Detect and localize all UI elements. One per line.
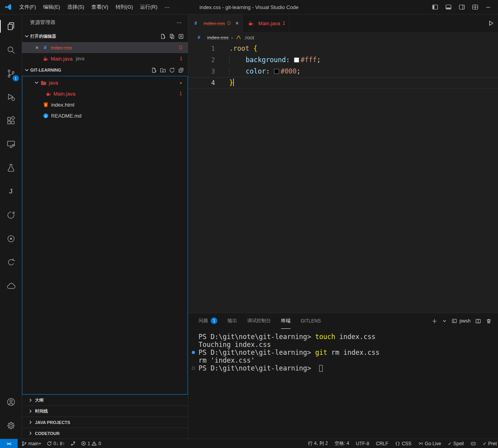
problems-item[interactable]: 1 0 xyxy=(81,441,101,446)
toggle-secondary-sidebar-icon[interactable] xyxy=(459,4,465,10)
new-folder-icon[interactable] xyxy=(160,67,166,73)
copilot-item[interactable] xyxy=(470,441,476,446)
settings-gear-icon[interactable] xyxy=(0,416,22,435)
file-name: README.md xyxy=(51,113,81,119)
line-number: 1 xyxy=(188,45,221,52)
menu-file[interactable]: 文件(F) xyxy=(16,2,40,13)
chevron-down-icon xyxy=(34,80,39,85)
run-debug-icon[interactable] xyxy=(0,88,22,107)
git-branch-item[interactable]: main+ xyxy=(22,441,41,446)
go-live-item[interactable]: Go Live xyxy=(418,441,441,446)
open-editors-header[interactable]: 打开的编辑器 xyxy=(22,30,188,42)
eol-item[interactable]: CRLF xyxy=(376,441,388,446)
target-icon[interactable] xyxy=(0,229,22,248)
panel-tab-problems[interactable]: 问题 1 xyxy=(198,313,217,329)
line-number: 4 xyxy=(188,79,221,87)
toggle-panel-icon[interactable] xyxy=(445,4,452,10)
section-codetour[interactable]: CODETOUR xyxy=(22,428,188,439)
terminal-profile[interactable]: pwsh xyxy=(452,318,470,324)
run-button[interactable] xyxy=(488,20,494,26)
spell-checker-item[interactable]: ✓ Spell xyxy=(448,441,464,446)
prettier-item[interactable]: ✓ Pret xyxy=(483,441,497,446)
tree-item-readme-md[interactable]: i README.md xyxy=(22,110,187,121)
explorer-sidebar: 资源管理器 ⋯ 打开的编辑器 × # index.css D Main.java… xyxy=(22,15,188,439)
menu-goto[interactable]: 转到(G) xyxy=(112,2,137,13)
breadcrumb: # index.css › .root xyxy=(188,32,498,43)
testing-icon[interactable] xyxy=(0,159,22,177)
color-swatch-white[interactable] xyxy=(294,57,299,63)
save-all-icon[interactable] xyxy=(169,33,175,39)
new-untitled-file-icon[interactable] xyxy=(160,33,166,39)
tab-main-java[interactable]: Main.java 1 xyxy=(243,15,289,32)
close-all-icon[interactable] xyxy=(178,33,184,39)
open-editor-main-java[interactable]: Main.java java 1 xyxy=(22,53,188,64)
panel-tab-output[interactable]: 输出 xyxy=(228,313,237,329)
menu-run[interactable]: 运行(R) xyxy=(136,2,161,13)
color-swatch-black[interactable] xyxy=(274,69,279,74)
encoding-item[interactable]: UTF-8 xyxy=(356,441,369,446)
git-branch-icon xyxy=(22,441,27,446)
panel-tab-gitlens[interactable]: GITLENS xyxy=(301,313,321,329)
toggle-sidebar-icon[interactable] xyxy=(432,4,438,10)
source-control-icon[interactable]: 1 xyxy=(0,64,22,83)
close-brace-token: } xyxy=(229,79,233,87)
section-outline[interactable]: 大纲 xyxy=(22,395,188,406)
panel-tab-debug-console[interactable]: 调试控制台 xyxy=(247,313,271,329)
kill-terminal-icon[interactable] xyxy=(486,318,492,324)
terminal-output[interactable]: PS D:\git\note\git-learning> touch index… xyxy=(188,329,498,439)
extensions-icon[interactable] xyxy=(0,111,22,130)
section-timeline[interactable]: 时间线 xyxy=(22,406,188,417)
remote-explorer-icon[interactable] xyxy=(0,135,22,154)
java-file-icon xyxy=(247,20,254,26)
gradle-icon[interactable] xyxy=(0,206,22,225)
close-icon[interactable]: × xyxy=(35,44,42,51)
new-terminal-icon[interactable] xyxy=(432,318,437,324)
menu-selection[interactable]: 选择(S) xyxy=(64,2,88,13)
section-java-projects[interactable]: JAVA PROJECTS xyxy=(22,417,188,428)
explorer-icon[interactable] xyxy=(0,17,22,36)
codetour-icon[interactable] xyxy=(0,253,22,272)
chevron-right-icon xyxy=(28,409,33,413)
project-section-header[interactable]: GIT-LEARNING xyxy=(22,64,188,76)
menu-view[interactable]: 查看(V) xyxy=(88,2,112,13)
code-editor[interactable]: 1.root { 2 background: #fff; 3 color: #0… xyxy=(188,43,498,313)
indentation-item[interactable]: 空格: 4 xyxy=(334,440,349,447)
cursor-position-item[interactable]: 行 4, 列 2 xyxy=(308,440,328,447)
git-sync-item[interactable]: 0↓ 8↑ xyxy=(47,441,65,446)
close-icon[interactable]: × xyxy=(235,20,239,26)
menu-more-icon[interactable]: ⋯ xyxy=(161,2,173,12)
git-graph-item[interactable] xyxy=(70,441,75,446)
tree-item-main-java[interactable]: Main.java 1 xyxy=(22,88,187,99)
tree-item-index-html[interactable]: 5 index.html xyxy=(22,99,187,110)
command-token: touch xyxy=(315,333,335,341)
search-icon[interactable] xyxy=(0,41,22,59)
tab-index-css[interactable]: # index.css D × xyxy=(188,15,243,32)
language-mode-item[interactable]: {} CSS xyxy=(395,441,412,446)
minimize-icon[interactable] xyxy=(485,4,491,10)
chevron-down-icon xyxy=(24,34,29,39)
menu-edit[interactable]: 编辑(E) xyxy=(40,2,64,13)
tree-item-java-folder[interactable]: java ● xyxy=(22,77,187,88)
breadcrumb-symbol[interactable]: .root xyxy=(244,35,254,41)
svg-text:5: 5 xyxy=(45,103,46,106)
breadcrumb-file[interactable]: index.css xyxy=(207,35,228,41)
customize-layout-icon[interactable] xyxy=(472,4,478,10)
collapse-all-icon[interactable] xyxy=(178,67,184,73)
docker-icon[interactable] xyxy=(0,277,22,295)
open-editor-index-css[interactable]: × # index.css D xyxy=(22,42,188,53)
new-file-icon[interactable] xyxy=(151,67,157,73)
terminal-dropdown-icon[interactable] xyxy=(442,319,447,323)
java-extension-icon[interactable]: J xyxy=(0,182,22,201)
sidebar-more-icon[interactable]: ⋯ xyxy=(176,20,182,26)
command-token: git xyxy=(315,348,327,356)
account-icon[interactable] xyxy=(0,393,22,411)
terminal-line: rm 'index.css' xyxy=(198,356,498,364)
css-property-token: color xyxy=(246,67,266,75)
split-terminal-icon[interactable] xyxy=(475,318,481,324)
panel-tab-terminal[interactable]: 终端 xyxy=(281,313,290,329)
remote-indicator[interactable]: >< xyxy=(0,439,18,448)
sidebar-title: 资源管理器 xyxy=(30,19,55,26)
refresh-icon[interactable] xyxy=(169,67,175,73)
chevron-right-icon xyxy=(28,420,33,424)
indent-guide xyxy=(229,67,246,75)
